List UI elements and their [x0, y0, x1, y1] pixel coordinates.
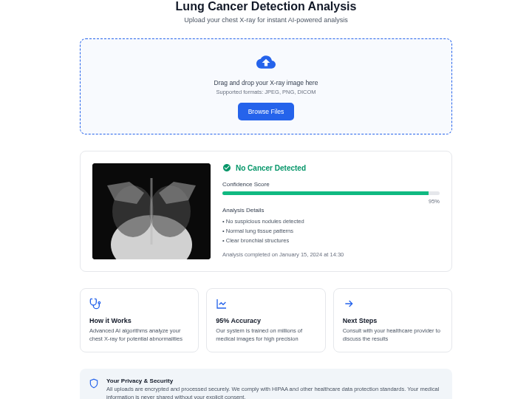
svg-point-5	[98, 301, 100, 304]
info-desc: Advanced AI algorithms analyze your ches…	[89, 327, 189, 343]
shield-icon	[89, 378, 99, 389]
confidence-percent: 95%	[429, 198, 440, 205]
privacy-title: Your Privacy & Security	[106, 378, 443, 384]
chart-icon	[216, 298, 228, 310]
stethoscope-icon	[89, 298, 101, 310]
info-desc: Consult with your healthcare provider to…	[343, 327, 443, 343]
info-grid: How it Works Advanced AI algorithms anal…	[80, 288, 452, 352]
detail-item: • Clear bronchial structures	[222, 237, 440, 244]
analysis-timestamp: Analysis completed on January 15, 2024 a…	[222, 251, 440, 258]
info-title: How it Works	[89, 317, 189, 324]
privacy-desc: All uploads are encrypted and processed …	[106, 386, 443, 399]
drop-text: Drag and drop your X-ray image here	[214, 79, 318, 86]
check-circle-icon	[222, 163, 231, 172]
detail-item: • No suspicious nodules detected	[222, 218, 440, 225]
detail-item: • Normal lung tissue patterns	[222, 228, 440, 234]
page-title: Lung Cancer Detection Analysis	[80, 0, 452, 13]
privacy-notice: Your Privacy & Security All uploads are …	[80, 369, 452, 399]
upload-dropzone[interactable]: Drag and drop your X-ray image here Supp…	[80, 38, 452, 134]
xray-image	[92, 163, 211, 259]
result-title: No Cancer Detected	[236, 164, 306, 172]
confidence-label: Confidence Score	[222, 181, 440, 188]
analysis-details-list: • No suspicious nodules detected • Norma…	[222, 218, 440, 244]
info-desc: Our system is trained on millions of med…	[216, 327, 316, 343]
result-header: No Cancer Detected	[222, 163, 440, 172]
analysis-details-label: Analysis Details	[222, 207, 440, 214]
cloud-upload-icon	[256, 52, 276, 72]
info-card-next: Next Steps Consult with your healthcare …	[333, 288, 452, 352]
info-card-how: How it Works Advanced AI algorithms anal…	[80, 288, 199, 352]
results-card: No Cancer Detected Confidence Score 95% …	[80, 151, 452, 272]
info-title: Next Steps	[343, 317, 443, 324]
info-card-accuracy: 95% Accuracy Our system is trained on mi…	[206, 288, 325, 352]
page-header: Lung Cancer Detection Analysis Upload yo…	[80, 0, 452, 24]
info-title: 95% Accuracy	[216, 317, 316, 324]
browse-files-button[interactable]: Browse Files	[238, 103, 295, 120]
confidence-bar: 95%	[222, 191, 440, 195]
formats-text: Supported formats: JPEG, PNG, DICOM	[216, 89, 316, 95]
page-subtitle: Upload your chest X-ray for instant AI-p…	[80, 16, 452, 24]
result-body: No Cancer Detected Confidence Score 95% …	[222, 163, 440, 259]
arrow-right-icon	[343, 298, 355, 310]
